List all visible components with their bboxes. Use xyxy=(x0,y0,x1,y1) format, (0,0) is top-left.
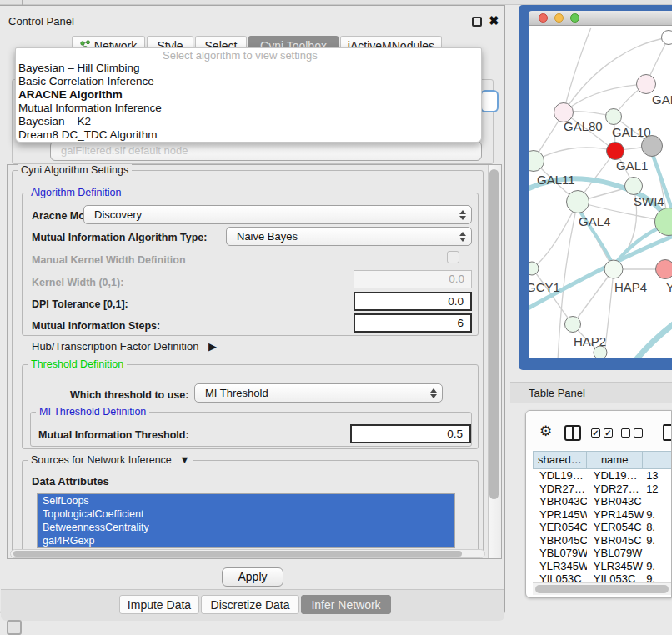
algorithm-option[interactable]: Bayesian – Hill Climbing xyxy=(16,62,481,75)
mi-threshold-input[interactable]: 0.5 xyxy=(350,424,471,443)
mi-type-value: Naive Bayes xyxy=(227,230,454,242)
table-row[interactable]: YLR345W YLR345W 9. xyxy=(533,560,672,573)
attribute-list-item[interactable]: gal4RGexp xyxy=(38,534,454,548)
table-row[interactable]: YBR045C YBR045C 9. xyxy=(533,534,672,548)
network-node[interactable] xyxy=(605,108,622,125)
network-canvas[interactable]: GAL GAL80 GAL10 GAL1 xyxy=(529,26,672,358)
checked-checkbox-icon[interactable]: ✓ xyxy=(604,428,613,438)
sources-group-title[interactable]: Sources for Network Inference ▼ xyxy=(28,454,193,466)
network-node-label: HAP4 xyxy=(614,280,647,294)
table-cell: 12 xyxy=(644,482,672,496)
table-row[interactable]: YPR145W YPR145W 9. xyxy=(533,508,672,522)
network-node[interactable] xyxy=(661,30,672,45)
dpi-tolerance-label: DPI Tolerance [0,1]: xyxy=(32,298,128,310)
settings-horizontal-scrollbar-thumb[interactable] xyxy=(13,551,462,557)
kernel-width-label: Kernel Width (0,1): xyxy=(32,277,123,288)
table-horizontal-scrollbar-thumb[interactable] xyxy=(535,585,669,593)
table-cell: YBL079W xyxy=(587,547,644,560)
network-node[interactable] xyxy=(636,74,656,94)
minimize-traffic-light[interactable] xyxy=(554,13,564,22)
zoom-traffic-light[interactable] xyxy=(570,13,579,22)
mi-steps-input[interactable]: 6 xyxy=(354,313,472,332)
table-cell: YBR045C xyxy=(533,534,587,548)
attribute-list-item[interactable]: TopologicalCoefficient xyxy=(38,508,454,521)
collapsed-panel-icon[interactable] xyxy=(7,620,22,635)
network-node-label: GAL xyxy=(652,92,672,107)
network-node[interactable] xyxy=(566,190,589,213)
network-node[interactable] xyxy=(624,177,643,195)
gear-icon[interactable]: ⚙ xyxy=(539,427,552,437)
table-cell: YDR27… xyxy=(533,482,587,496)
algorithm-option[interactable]: Mutual Information Inference xyxy=(16,102,481,115)
table-panel-title: Table Panel xyxy=(529,387,585,399)
bottom-tab[interactable]: Discretize Data xyxy=(201,595,299,614)
algorithm-option[interactable]: Bayesian – K2 xyxy=(16,115,481,128)
table-row[interactable]: YBL079W YBL079W xyxy=(533,547,672,560)
combo-spinner-icon xyxy=(454,232,471,242)
network-node-label: GAL4 xyxy=(579,214,610,228)
which-threshold-label: Which threshold to use: xyxy=(70,389,188,401)
algorithm-select-popup: Select algorithm to view settings Bayesi… xyxy=(15,48,482,142)
table-row[interactable]: YDR27… YDR27… 12 xyxy=(533,482,672,496)
table-column-header[interactable]: shared… xyxy=(534,452,587,468)
aracne-mode-value: Discovery xyxy=(84,208,454,221)
network-node[interactable] xyxy=(604,260,624,279)
table-row[interactable]: YBR043C YBR043C xyxy=(533,495,672,508)
network-node[interactable] xyxy=(529,150,544,172)
new-table-icon[interactable] xyxy=(663,424,672,441)
table-cell: YER054C xyxy=(587,521,644,534)
bottom-tab[interactable]: Impute Data xyxy=(119,595,199,614)
which-threshold-value: MI Threshold xyxy=(195,387,425,399)
network-node[interactable] xyxy=(641,135,663,157)
float-window-icon[interactable] xyxy=(472,17,482,27)
network-nodes: GAL GAL80 GAL10 GAL1 xyxy=(529,26,672,358)
kernel-width-input[interactable]: 0.0 xyxy=(354,270,472,288)
network-node[interactable] xyxy=(564,316,581,332)
algorithm-option[interactable]: Dream8 DC_TDC Algorithm xyxy=(16,128,481,142)
table-cell: YBR043C xyxy=(587,495,644,508)
manual-kernel-label: Manual Kernel Width Definition xyxy=(32,254,186,266)
combo-spinner-icon xyxy=(454,210,471,220)
network-node[interactable] xyxy=(606,142,624,160)
table-cell: 9. xyxy=(644,534,672,548)
unchecked-checkbox-icon[interactable] xyxy=(634,428,643,438)
table-column-header[interactable]: name xyxy=(587,452,643,468)
attribute-list-item[interactable]: BetweennessCentrality xyxy=(38,521,454,534)
hub-definition-expander[interactable]: Hub/Transcription Factor Definition ▶ xyxy=(32,340,217,352)
settings-vertical-scrollbar-thumb[interactable] xyxy=(489,169,499,499)
algorithm-option[interactable]: Basic Correlation Inference xyxy=(16,75,481,88)
network-node[interactable] xyxy=(529,262,539,276)
network-node-label: GAL11 xyxy=(537,172,575,187)
apply-button[interactable]: Apply xyxy=(222,568,283,587)
aracne-mode-combo[interactable]: Discovery xyxy=(83,205,472,224)
columns-icon[interactable] xyxy=(564,425,581,441)
unchecked-checkbox-icon[interactable] xyxy=(621,428,630,438)
bottom-tabbar: Impute Data Discretize Data Infer Networ… xyxy=(119,595,393,614)
mi-threshold-definition-title: MI Threshold Definition xyxy=(36,406,149,418)
dpi-tolerance-input[interactable]: 0.0 xyxy=(354,292,472,311)
network-window-titlebar[interactable] xyxy=(529,11,672,26)
focused-algorithm-combo-edge[interactable] xyxy=(480,90,499,112)
close-panel-icon[interactable]: ✖ xyxy=(489,13,499,28)
attribute-list-item[interactable]: SelfLoops xyxy=(38,494,454,508)
manual-kernel-checkbox[interactable] xyxy=(447,251,459,263)
network-node[interactable] xyxy=(654,208,672,236)
close-traffic-light[interactable] xyxy=(539,13,548,22)
table-cell: YPR145W xyxy=(587,508,644,522)
collapse-down-arrow-icon: ▼ xyxy=(179,454,189,466)
checked-checkbox-icon[interactable]: ✓ xyxy=(591,428,600,438)
table-row[interactable]: YER054C YER054C 8. xyxy=(533,521,672,534)
bottom-tab-label: Discretize Data xyxy=(211,598,290,612)
which-threshold-combo[interactable]: MI Threshold xyxy=(194,383,443,402)
network-table-select-combo[interactable]: galFiltered.sif default node xyxy=(50,141,482,161)
table-column-header[interactable] xyxy=(643,452,672,468)
bottom-tab[interactable]: Infer Network xyxy=(301,595,391,614)
table-row[interactable]: YDL19… YDL19… 13 xyxy=(533,469,672,482)
network-node[interactable] xyxy=(655,259,672,279)
algorithm-option[interactable]: ARACNE Algorithm xyxy=(16,88,481,102)
network-node[interactable] xyxy=(594,346,608,358)
table-horizontal-scrollbar[interactable] xyxy=(533,582,672,595)
mi-type-combo[interactable]: Naive Bayes xyxy=(226,227,472,246)
table-header-row: shared… name xyxy=(533,451,672,469)
network-node-label: GAL1 xyxy=(616,158,648,172)
